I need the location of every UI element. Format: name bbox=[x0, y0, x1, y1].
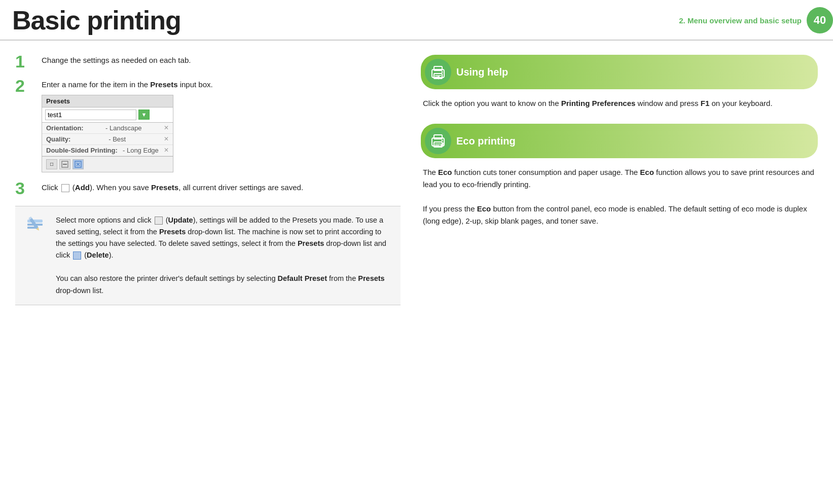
step-2-content: Enter a name for the item in the Presets… bbox=[42, 79, 401, 172]
svg-rect-5 bbox=[27, 220, 43, 223]
add-icon bbox=[61, 184, 69, 192]
doublesided-value: - Long Edge bbox=[123, 147, 159, 154]
using-help-icon bbox=[425, 59, 451, 85]
orientation-label: Orientation: bbox=[46, 124, 84, 132]
eco-printing-body: The Eco function cuts toner consumption … bbox=[421, 166, 818, 227]
step-2-number: 2 bbox=[15, 77, 34, 94]
eco-printing-header: Eco printing bbox=[421, 124, 818, 158]
presets-footer: □ bbox=[42, 156, 173, 172]
presets-update-button[interactable] bbox=[59, 159, 70, 169]
note-box: Select more options and click (Update), … bbox=[15, 206, 401, 305]
presets-input-row: ▼ bbox=[42, 107, 173, 123]
page-number-badge: 40 bbox=[807, 7, 833, 33]
delete-icon-inline bbox=[73, 251, 81, 260]
right-column: Using help Click the option you want to … bbox=[421, 55, 818, 305]
step-1-number: 1 bbox=[15, 53, 34, 70]
presets-add-button[interactable]: □ bbox=[46, 159, 57, 169]
step-1: 1 Change the settings as needed on each … bbox=[15, 55, 401, 70]
presets-dialog-header: Presets bbox=[42, 95, 173, 107]
doublesided-label: Double-Sided Printing: bbox=[46, 147, 118, 154]
svg-point-20 bbox=[442, 140, 443, 141]
note-pencil-icon bbox=[23, 214, 48, 297]
presets-dialog: Presets ▼ Orientation: - Landscape ✕ Qua… bbox=[42, 95, 173, 172]
header-right: 2. Menu overview and basic setup 40 bbox=[679, 7, 833, 33]
using-help-body: Click the option you want to know on the… bbox=[421, 97, 818, 110]
using-help-header: Using help bbox=[421, 55, 818, 89]
presets-input[interactable] bbox=[45, 110, 136, 120]
step-3-text: Click (Add). When you save Presets, all … bbox=[42, 182, 401, 194]
page-title: Basic printing bbox=[12, 5, 181, 35]
doublesided-close-icon[interactable]: ✕ bbox=[164, 147, 169, 154]
step-3: 3 Click (Add). When you save Presets, al… bbox=[15, 182, 401, 197]
using-help-title: Using help bbox=[456, 66, 508, 78]
page-header: Basic printing 2. Menu overview and basi… bbox=[0, 0, 833, 41]
update-icon-inline bbox=[155, 217, 163, 225]
presets-row-doublesided: Double-Sided Printing: - Long Edge ✕ bbox=[42, 145, 173, 156]
step-1-text: Change the settings as needed on each ta… bbox=[42, 55, 401, 66]
presets-dropdown-arrow[interactable]: ▼ bbox=[138, 110, 150, 120]
main-content: 1 Change the settings as needed on each … bbox=[0, 41, 833, 315]
orientation-close-icon[interactable]: ✕ bbox=[164, 124, 169, 131]
step-2: 2 Enter a name for the item in the Prese… bbox=[15, 79, 401, 172]
quality-label: Quality: bbox=[46, 135, 70, 143]
svg-point-14 bbox=[442, 71, 443, 73]
step-1-content: Change the settings as needed on each ta… bbox=[42, 55, 401, 66]
presets-row-quality: Quality: - Best ✕ bbox=[42, 134, 173, 145]
orientation-value: - Landscape bbox=[105, 124, 142, 132]
quality-value: - Best bbox=[108, 135, 126, 143]
eco-printing-icon bbox=[425, 128, 451, 154]
presets-row-orientation: Orientation: - Landscape ✕ bbox=[42, 123, 173, 134]
note-text: Select more options and click (Update), … bbox=[56, 214, 392, 297]
chapter-label: 2. Menu overview and basic setup bbox=[679, 16, 802, 25]
presets-table: Orientation: - Landscape ✕ Quality: - Be… bbox=[42, 123, 173, 156]
step-2-text: Enter a name for the item in the Presets… bbox=[42, 79, 401, 91]
left-column: 1 Change the settings as needed on each … bbox=[15, 55, 401, 305]
presets-delete-button[interactable] bbox=[73, 159, 84, 169]
eco-printing-title: Eco printing bbox=[456, 135, 516, 147]
step-3-content: Click (Add). When you save Presets, all … bbox=[42, 182, 401, 194]
quality-close-icon[interactable]: ✕ bbox=[164, 135, 169, 142]
step-3-number: 3 bbox=[15, 179, 34, 197]
